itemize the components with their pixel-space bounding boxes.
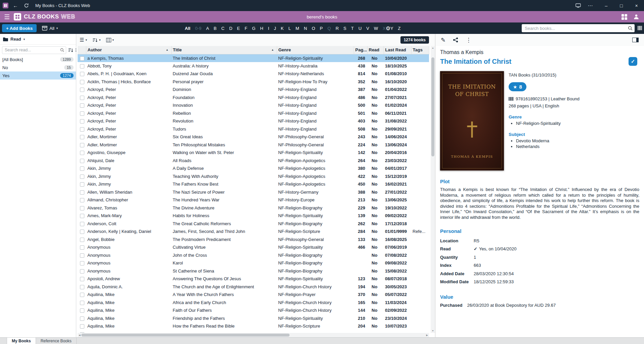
alpha-l[interactable]: L: [286, 26, 293, 31]
row-checkbox[interactable]: [80, 293, 84, 297]
book-row[interactable]: AnonymousCultivating VirtueNF-Religion-S…: [78, 243, 429, 251]
selected-checkbox[interactable]: ✓: [629, 57, 637, 66]
row-checkbox[interactable]: [80, 190, 84, 195]
book-row[interactable]: Ahlquist, DaleAll RoadsNF-Religion-Apolo…: [78, 157, 429, 165]
book-row[interactable]: Anderson, Kelly | Keating, DanielJames, …: [78, 228, 429, 236]
share-icon[interactable]: [453, 37, 458, 43]
search-icon[interactable]: [60, 48, 64, 52]
col-header-genre[interactable]: Genre: [277, 46, 354, 54]
book-row[interactable]: Ackroyd, PeterFoundationNF-History-Engla…: [78, 94, 429, 102]
book-row[interactable]: Anderson, ColtThe Great Catholic Reforme…: [78, 220, 429, 228]
row-checkbox[interactable]: [80, 198, 84, 202]
book-row[interactable]: Ackroyd, PeterDominionNF-History-England…: [78, 86, 429, 94]
col-header-select[interactable]: [78, 46, 86, 54]
sidebar-search-input[interactable]: [2, 48, 60, 52]
row-checkbox[interactable]: [80, 301, 84, 305]
scroll-left-icon[interactable]: ◀: [78, 334, 81, 337]
col-header-lastread[interactable]: Last Read: [384, 46, 411, 54]
alpha-m[interactable]: M: [293, 26, 302, 31]
row-checkbox[interactable]: [80, 316, 84, 321]
row-checkbox[interactable]: [80, 245, 84, 250]
row-checkbox[interactable]: [80, 230, 84, 234]
alpha-c[interactable]: C: [219, 26, 227, 31]
close-button[interactable]: ×: [629, 0, 644, 11]
alpha-k[interactable]: K: [278, 26, 286, 31]
minimize-button[interactable]: –: [599, 0, 614, 11]
alpha-p[interactable]: P: [317, 26, 325, 31]
sidebar-item-yes[interactable]: Yes1274: [0, 71, 76, 80]
cast-screen-icon[interactable]: [574, 2, 582, 9]
alpha-e[interactable]: E: [235, 26, 243, 31]
col-header-pages[interactable]: Pag...: [354, 46, 367, 54]
alpha-all[interactable]: All: [182, 26, 193, 31]
alpha-o[interactable]: O: [309, 26, 317, 31]
back-icon[interactable]: ←: [12, 2, 19, 9]
book-row[interactable]: AnonymousKarolNF-Religion-BiographyNo09/…: [78, 259, 429, 267]
tab-my-books[interactable]: My Books: [7, 338, 36, 344]
horizontal-scroll-thumb[interactable]: [81, 334, 290, 337]
row-checkbox[interactable]: [80, 64, 84, 68]
book-row[interactable]: Adler, MortimerSix Great IdeasNF-Philoso…: [78, 133, 429, 141]
book-row[interactable]: Aquila, Dominic A.The Church and the Age…: [78, 283, 429, 291]
alpha-d[interactable]: D: [227, 26, 234, 31]
book-row[interactable]: [78, 330, 429, 333]
row-checkbox[interactable]: [80, 206, 84, 210]
col-header-title[interactable]: Title▲: [171, 46, 277, 54]
book-row[interactable]: Aquilina, MikeHow the Fathers Read the B…: [78, 322, 429, 330]
row-checkbox[interactable]: [80, 332, 84, 333]
alpha-j[interactable]: J: [271, 26, 278, 31]
book-row[interactable]: Agostino, GiuseppeWalking on Water with …: [78, 149, 429, 157]
book-row[interactable]: Aquilina, MikeA Year With the Church Fat…: [78, 291, 429, 299]
row-checkbox[interactable]: [80, 151, 84, 155]
columns-dropdown[interactable]: ▾: [106, 38, 114, 42]
sidebar-item-all-books[interactable]: [All Books]1289: [0, 55, 76, 63]
book-row[interactable]: Adler, MortimerTen Philosophical Mistake…: [78, 141, 429, 149]
book-row[interactable]: Ames, Mark-MaryHabits for HolinessNF-Rel…: [78, 212, 429, 220]
book-row[interactable]: Aquilina, MikeAfrica and the Early Churc…: [78, 299, 429, 307]
alpha-g[interactable]: G: [250, 26, 258, 31]
alpha-t[interactable]: T: [349, 26, 356, 31]
book-row[interactable]: Aquilina, MikeFaith of Our FathersNF-Rel…: [78, 306, 429, 314]
book-row[interactable]: Akin, JimmyTeaching With AuthorityNF-Rel…: [78, 173, 429, 181]
row-checkbox[interactable]: [80, 324, 84, 329]
book-row[interactable]: Angel, BobbieThe Postmodern PredicamentN…: [78, 236, 429, 244]
sort-asc-icon[interactable]: [68, 47, 73, 53]
alpha-a[interactable]: A: [204, 26, 211, 31]
col-header-read[interactable]: Read: [367, 46, 384, 54]
row-checkbox[interactable]: [80, 308, 84, 313]
horizontal-scrollbar[interactable]: ◀ ▶: [78, 333, 429, 337]
row-checkbox[interactable]: [80, 103, 84, 108]
book-row[interactable]: Acklin, Thomas | Hicks, BonifacePersonal…: [78, 78, 429, 86]
vertical-scrollbar[interactable]: ▲ ▼: [431, 46, 435, 333]
book-row[interactable]: AnonymousJohn of the CrossNF-Religion-Bi…: [78, 251, 429, 259]
alpha-r[interactable]: R: [333, 26, 341, 31]
maximize-button[interactable]: □: [614, 0, 629, 11]
settings-gear-icon[interactable]: ⚙: [386, 22, 390, 34]
alpha-i[interactable]: I: [266, 26, 272, 31]
book-row[interactable]: Allen, William SheridanThe Nazi Seizure …: [78, 188, 429, 196]
scroll-down-icon[interactable]: ▼: [432, 329, 434, 333]
view-mode-dropdown[interactable]: ☰▾: [80, 37, 87, 43]
alpha-u[interactable]: U: [356, 26, 364, 31]
tab-reference-books[interactable]: Reference Books: [36, 338, 77, 344]
scroll-right-icon[interactable]: ▶: [425, 334, 429, 337]
row-checkbox[interactable]: [80, 238, 84, 242]
sort-order-dropdown[interactable]: ▾: [92, 38, 101, 42]
book-row[interactable]: Alvarez, TomasThe Divine AdventureNF-Rel…: [78, 204, 429, 212]
col-header-tags[interactable]: Tags: [411, 46, 429, 54]
row-checkbox[interactable]: [80, 159, 84, 163]
book-row[interactable]: Aquilina, MikeFriendship and the Fathers…: [78, 314, 429, 323]
row-checkbox[interactable]: [80, 222, 84, 226]
collection-status-filter[interactable]: All ▾: [42, 26, 58, 31]
row-checkbox[interactable]: [80, 175, 84, 179]
book-row[interactable]: Akin, JimmyThe Fathers Know BestNF-Relig…: [78, 180, 429, 188]
book-row[interactable]: AnonymousSt Catherine of SienaNF-Religio…: [78, 267, 429, 275]
row-checkbox[interactable]: [80, 96, 84, 100]
search-books-input[interactable]: [522, 26, 628, 31]
alpha-s[interactable]: S: [341, 26, 349, 31]
row-checkbox[interactable]: [80, 80, 84, 84]
book-row[interactable]: Ackroyd, PeterTudorsNF-History-England50…: [78, 125, 429, 133]
alpha-n[interactable]: N: [302, 26, 309, 31]
row-checkbox[interactable]: [80, 253, 84, 258]
book-row[interactable]: Abels, P. H. | Goudriaan, KoenDuizend Ja…: [78, 70, 429, 78]
